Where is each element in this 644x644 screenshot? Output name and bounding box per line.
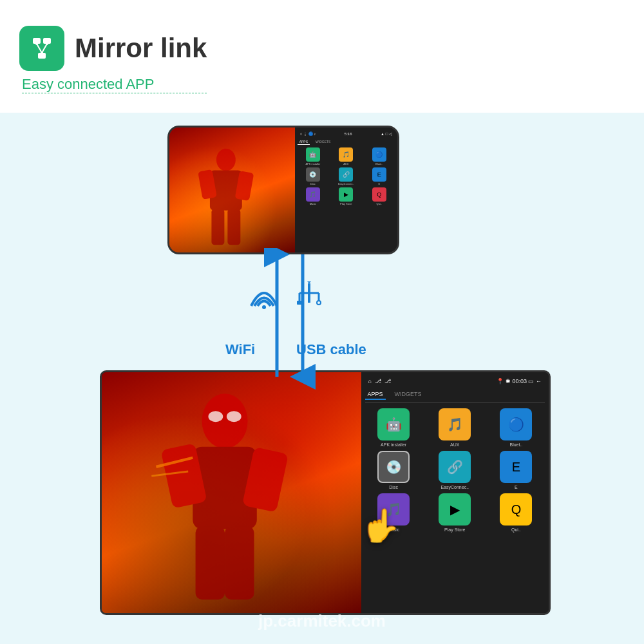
phone-app-aux-icon: 🎵: [339, 147, 353, 162]
phone-app-e-label: E: [378, 182, 380, 185]
phone-app-blue-label: Bluet..: [375, 162, 383, 166]
car-app-play-label: Play Store: [444, 527, 465, 532]
spiderman-silhouette-small: [176, 140, 276, 252]
car-status-bar: ⌂ ⎇ ⎇ 📍 ✱ 00:03 ▭ ←: [365, 376, 545, 386]
phone-app-apk-label: APK installer: [305, 162, 320, 166]
phone-app-disc-icon: 💿: [306, 167, 320, 182]
car-unit-media: [102, 372, 361, 613]
phone-app-play-label: Play Store: [340, 202, 352, 205]
mirror-link-icon-bg: [19, 26, 64, 71]
watermark-text: jp.carmitek.com: [258, 611, 386, 631]
svg-point-28: [227, 411, 242, 422]
phone-tabs: APPS WIDGETS: [298, 139, 395, 145]
svg-line-4: [42, 44, 47, 53]
car-unit-apps: ⌂ ⎇ ⎇ 📍 ✱ 00:03 ▭ ← APPS WIDGETS 🤖: [361, 372, 549, 613]
list-item[interactable]: 🔵 Bluet..: [488, 408, 545, 447]
list-item[interactable]: Q Qui..: [488, 493, 545, 532]
car-app-qui-label: Qui..: [511, 527, 521, 532]
spiderman-figure-large: [115, 384, 335, 613]
car-app-easy-label: EasyConnec..: [440, 485, 469, 489]
phone-app-qui-icon: Q: [372, 187, 386, 202]
phone-app-play-icon: ▶: [339, 187, 353, 202]
list-item[interactable]: ▶ Play Store: [330, 187, 361, 205]
svg-point-24: [317, 301, 321, 305]
svg-point-18: [262, 305, 266, 309]
car-app-easy-icon: 🔗: [439, 451, 471, 483]
phone-status-bar: ○ ⋮ 🔵 ♪ 5:16 ▲ □ ◁: [298, 130, 395, 137]
list-item[interactable]: 🔵 Bluet..: [364, 147, 395, 166]
diagram-area: ○ ⋮ 🔵 ♪ 5:16 ▲ □ ◁ APPS WIDGETS 🤖 APK in…: [0, 113, 644, 644]
svg-point-27: [209, 411, 223, 422]
car-app-e-icon: E: [500, 451, 532, 483]
mirror-link-icon: [28, 34, 56, 62]
car-app-e-label: E: [515, 485, 518, 489]
phone-app-music-icon: 🎵: [306, 187, 320, 202]
car-app-aux-label: AUX: [450, 442, 459, 447]
phone-screen-media: [169, 128, 295, 252]
phone-side-button: [397, 165, 399, 184]
phone-app-apk-icon: 🤖: [306, 147, 320, 162]
subtitle-label: Easy connected APP: [22, 76, 207, 93]
svg-line-3: [37, 44, 42, 53]
car-app-blue-label: Bluet..: [509, 442, 522, 447]
svg-point-26: [202, 393, 248, 448]
list-item[interactable]: 🤖 APK installer: [365, 408, 422, 447]
svg-marker-25: [307, 281, 311, 283]
list-item[interactable]: ▶ Play Store: [426, 493, 484, 532]
car-tabs: APPS WIDGETS: [365, 390, 545, 403]
phone-app-qui-label: Qui..: [377, 202, 382, 205]
phone-app-easy-icon: 🔗: [339, 167, 353, 182]
phone-app-music-label: Music: [310, 202, 316, 205]
list-item[interactable]: 🔗 EasyConnec..: [330, 167, 361, 185]
svg-rect-32: [196, 526, 225, 600]
car-app-blue-icon: 🔵: [500, 408, 532, 440]
car-app-play-icon: ▶: [439, 493, 471, 526]
connection-arrows: [219, 248, 361, 390]
list-item[interactable]: 🎵 AUX: [330, 147, 361, 166]
car-app-apk-label: APK installer: [381, 442, 406, 447]
car-app-qui-icon: Q: [500, 493, 532, 526]
svg-rect-12: [211, 209, 224, 245]
phone-app-e-icon: E: [372, 167, 386, 182]
car-app-disc-label: Disc: [389, 485, 398, 489]
list-item[interactable]: 🔗 EasyConnec..: [426, 451, 484, 489]
list-item[interactable]: 💿 Disc: [298, 167, 328, 185]
svg-point-6: [46, 43, 48, 45]
phone-app-aux-label: AUX: [343, 162, 348, 166]
phone-app-easy-label: EasyConnec..: [338, 182, 354, 185]
phone-app-disc-label: Disc: [310, 182, 316, 185]
list-item[interactable]: 🤖 APK installer: [298, 147, 328, 166]
header-title-row: Mirror link: [19, 26, 207, 71]
svg-rect-23: [297, 301, 302, 305]
list-item[interactable]: E E: [364, 167, 395, 185]
list-item[interactable]: 🎵 Music: [298, 187, 328, 205]
list-item[interactable]: Q Qui..: [364, 187, 395, 205]
car-app-aux-icon: 🎵: [439, 408, 471, 440]
car-tab-widgets[interactable]: WIDGETS: [392, 390, 424, 400]
hand-cursor-icon: 👆: [361, 507, 401, 544]
svg-point-7: [41, 52, 43, 54]
car-status-right: 📍 ✱ 00:03 ▭ ←: [497, 378, 542, 384]
car-app-disc-icon: 💿: [377, 451, 410, 483]
svg-rect-33: [225, 526, 254, 600]
svg-rect-13: [227, 209, 240, 245]
car-status-icons: ⌂ ⎇ ⎇: [368, 378, 391, 384]
svg-point-8: [216, 149, 236, 171]
list-item[interactable]: 🎵 AUX: [426, 408, 484, 447]
phone-apps-grid: 🤖 APK installer 🎵 AUX 🔵 Bluet.. 💿 Disc 🔗: [298, 147, 395, 205]
page-title: Mirror link: [75, 33, 207, 64]
car-head-unit: ⌂ ⎇ ⎇ 📍 ✱ 00:03 ▭ ← APPS WIDGETS 🤖: [100, 370, 551, 615]
car-tab-apps[interactable]: APPS: [365, 390, 386, 400]
header-section: Mirror link Easy connected APP: [19, 26, 207, 93]
car-app-apk-icon: 🤖: [377, 408, 410, 440]
phone-tab-apps[interactable]: APPS: [298, 139, 310, 145]
phone-device: ○ ⋮ 🔵 ♪ 5:16 ▲ □ ◁ APPS WIDGETS 🤖 APK in…: [167, 126, 399, 254]
phone-app-blue-icon: 🔵: [372, 147, 386, 162]
phone-screen-apps: ○ ⋮ 🔵 ♪ 5:16 ▲ □ ◁ APPS WIDGETS 🤖 APK in…: [295, 128, 397, 252]
list-item[interactable]: E E: [488, 451, 545, 489]
phone-tab-widgets[interactable]: WIDGETS: [314, 139, 332, 145]
list-item[interactable]: 💿 Disc: [365, 451, 422, 489]
svg-point-5: [35, 43, 38, 45]
